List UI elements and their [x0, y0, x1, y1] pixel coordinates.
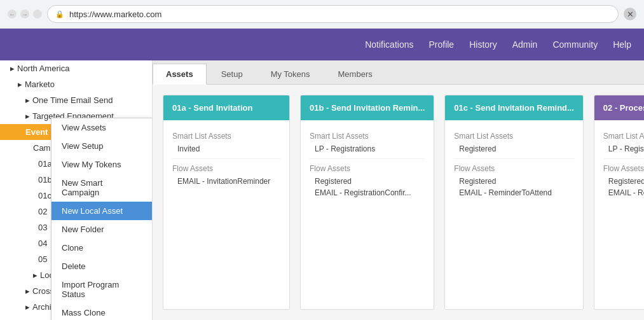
card-01a-smart-item-0: Invited — [172, 143, 280, 155]
close-button[interactable]: ✕ — [624, 8, 636, 20]
card-01a-smart-list-label: Smart List Assets — [172, 132, 280, 141]
cards-container: 01a - Send Invitation Smart List Assets … — [153, 85, 644, 320]
sidebar: ▸ North America ▸ Marketo ▸ One Time Ema… — [0, 60, 153, 320]
card-01c-smart-list-label: Smart List Assets — [454, 132, 574, 141]
card-02-body: Smart List Assets LP - Registrations Flo… — [594, 120, 644, 205]
chevron-icon: ▸ — [25, 111, 30, 121]
context-menu-new-local-asset[interactable]: New Local Asset — [51, 202, 152, 220]
sidebar-item-marketo[interactable]: ▸ Marketo — [0, 76, 152, 92]
card-01a: 01a - Send Invitation Smart List Assets … — [163, 95, 290, 310]
card-01c-flow-label: Flow Assets — [454, 164, 574, 173]
card-01b-header: 01b - Send Invitation Remin... — [301, 95, 434, 120]
address-bar[interactable]: 🔒 https://www.marketo.com — [47, 5, 619, 23]
context-menu-new-folder[interactable]: New Folder — [51, 220, 152, 239]
nav-admin[interactable]: Admin — [512, 39, 538, 50]
card-01c-smart-item-0: Registered — [454, 143, 574, 155]
nav-help[interactable]: Help — [613, 39, 631, 50]
sidebar-item-north-america[interactable]: ▸ North America — [0, 60, 152, 76]
card-01b: 01b - Send Invitation Remin... Smart Lis… — [300, 95, 434, 310]
context-menu-new-smart-campaign[interactable]: New Smart Campaign — [51, 174, 152, 202]
nav-history[interactable]: History — [469, 39, 497, 50]
context-menu-view-my-tokens[interactable]: View My Tokens — [51, 155, 152, 174]
context-menu-mass-clone[interactable]: Mass Clone — [51, 303, 152, 320]
tab-setup[interactable]: Setup — [208, 64, 256, 84]
card-01c-flow-item-0: Registered — [454, 176, 574, 187]
tab-my-tokens[interactable]: My Tokens — [257, 64, 324, 84]
card-02-flow-item-0: Registered — [603, 176, 644, 187]
card-02-flow-label: Flow Assets — [603, 164, 644, 173]
context-menu-view-assets[interactable]: View Assets — [51, 118, 152, 137]
nav-community[interactable]: Community — [552, 39, 598, 50]
card-02-smart-item-0: LP - Registrations — [603, 143, 644, 155]
browser-chrome: ← → ↻ 🔒 https://www.marketo.com ✕ — [0, 0, 644, 29]
card-01b-body: Smart List Assets LP - Registrations Flo… — [301, 120, 434, 205]
context-menu-import-program-status[interactable]: Import Program Status — [51, 275, 152, 303]
chevron-icon: ▸ — [18, 80, 22, 89]
card-01a-flow-label: Flow Assets — [172, 164, 280, 173]
context-menu-clone[interactable]: Clone — [51, 239, 152, 257]
card-01b-smart-item-0: LP - Registrations — [310, 143, 425, 155]
card-02: 02 - Process Registration Smart List Ass… — [594, 95, 644, 310]
chevron-icon: ▸ — [25, 302, 30, 312]
main-layout: ▸ North America ▸ Marketo ▸ One Time Ema… — [0, 60, 644, 320]
tab-assets[interactable]: Assets — [153, 64, 207, 85]
top-nav: Notifications Profile History Admin Comm… — [0, 29, 644, 60]
back-button[interactable]: ← — [8, 10, 17, 18]
tabs-bar: Assets Setup My Tokens Members — [153, 60, 644, 85]
chevron-icon: ▸ — [25, 95, 30, 105]
browser-buttons: ← → ↻ — [8, 10, 42, 18]
nav-notifications[interactable]: Notifications — [365, 39, 413, 50]
context-menu-delete[interactable]: Delete — [51, 257, 152, 275]
card-01b-smart-list-label: Smart List Assets — [310, 132, 425, 141]
card-02-smart-list-label: Smart List Assets — [603, 132, 644, 141]
card-01a-flow-item-0: EMAIL - InvitationReminder — [172, 176, 280, 187]
card-01b-flow-item-1: EMAIL - RegistrationConfir... — [310, 187, 425, 198]
chevron-icon: ▸ — [10, 64, 15, 73]
forward-button[interactable]: → — [20, 10, 29, 18]
chevron-icon: ▸ — [25, 286, 30, 296]
card-01a-body: Smart List Assets Invited Flow Assets EM… — [163, 120, 289, 193]
context-menu-view-setup[interactable]: View Setup — [51, 137, 152, 155]
chevron-icon: ▸ — [33, 270, 38, 280]
card-01a-header: 01a - Send Invitation — [163, 95, 289, 120]
nav-profile[interactable]: Profile — [428, 39, 454, 50]
card-01c-body: Smart List Assets Registered Flow Assets… — [445, 120, 583, 205]
lock-icon: 🔒 — [55, 10, 64, 18]
sidebar-item-one-time-email[interactable]: ▸ One Time Email Send — [0, 92, 152, 108]
card-01b-flow-item-0: Registered — [310, 176, 425, 187]
card-01c: 01c - Send Invitation Remind... Smart Li… — [444, 95, 584, 310]
content-area: Assets Setup My Tokens Members 01a - Sen… — [153, 60, 644, 320]
card-01b-flow-label: Flow Assets — [310, 164, 425, 173]
url-text: https://www.marketo.com — [69, 10, 161, 19]
card-01c-header: 01c - Send Invitation Remind... — [445, 95, 583, 120]
refresh-button[interactable]: ↻ — [33, 10, 42, 18]
card-01c-flow-item-1: EMAIL - ReminderToAttend — [454, 187, 574, 198]
card-02-flow-item-1: EMAIL - RegistrationConfir — [603, 187, 644, 198]
tab-members[interactable]: Members — [325, 64, 386, 84]
card-02-header: 02 - Process Registration — [594, 95, 644, 120]
context-menu: View Assets View Setup View My Tokens Ne… — [51, 118, 153, 320]
